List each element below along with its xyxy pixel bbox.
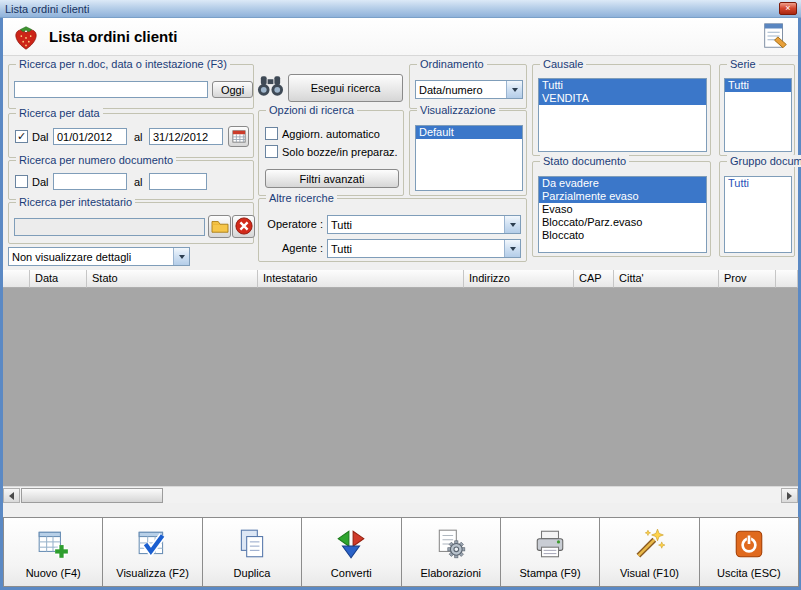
date-to-input[interactable] bbox=[149, 128, 223, 145]
scroll-left-button[interactable] bbox=[3, 488, 20, 503]
chevron-down-icon[interactable] bbox=[504, 216, 520, 233]
operatore-value: Tutti bbox=[328, 219, 504, 231]
column-header-stato[interactable]: Stato bbox=[87, 270, 258, 288]
operatore-label: Operatore : bbox=[263, 218, 323, 230]
report-icon[interactable] bbox=[760, 21, 790, 53]
group-gruppo-documento: Gruppo documento Tutti bbox=[719, 161, 795, 257]
date-from-input[interactable] bbox=[53, 128, 127, 145]
list-item[interactable]: Tutti bbox=[725, 79, 791, 92]
agente-select[interactable]: Tutti bbox=[327, 239, 521, 258]
intestatario-lookup-button[interactable] bbox=[208, 215, 231, 238]
elaborazioni-button[interactable]: Elaborazioni bbox=[401, 517, 501, 587]
action-label: Stampa (F9) bbox=[519, 567, 580, 579]
group-ordinamento: Ordinamento Data/numero bbox=[409, 64, 527, 109]
intestatario-clear-button[interactable] bbox=[232, 215, 255, 238]
red-delete-icon bbox=[235, 217, 253, 237]
titlebar[interactable]: Lista ordini clienti × bbox=[0, 0, 801, 18]
num-to-input[interactable] bbox=[149, 173, 207, 190]
num-dal-label: Dal bbox=[32, 176, 49, 188]
list-item[interactable]: Tutti bbox=[725, 177, 791, 190]
group-serie-label: Serie bbox=[727, 58, 759, 70]
orders-table-body[interactable] bbox=[3, 288, 798, 486]
printer-icon bbox=[533, 523, 567, 564]
action-label: Duplica bbox=[234, 567, 271, 579]
group-ricerca-numero-label: Ricerca per numero documento bbox=[16, 154, 176, 166]
serie-listbox[interactable]: Tutti bbox=[724, 78, 792, 152]
num-from-input[interactable] bbox=[53, 173, 127, 190]
column-header-citta[interactable]: Citta' bbox=[614, 270, 719, 288]
row-selector-column-header[interactable] bbox=[3, 270, 30, 288]
visualizza-button[interactable]: Visualizza (F2) bbox=[102, 517, 202, 587]
date-dal-checkbox[interactable]: ✓ bbox=[15, 130, 28, 143]
ordinamento-select[interactable]: Data/numero bbox=[415, 80, 523, 99]
list-item[interactable]: Evaso bbox=[539, 203, 706, 216]
visual-button[interactable]: Visual (F10) bbox=[599, 517, 699, 587]
uscita-button[interactable]: Uscita (ESC) bbox=[699, 517, 799, 587]
date-dal-label: Dal bbox=[32, 131, 49, 143]
group-visualizzazione: Visualizzazione Default bbox=[409, 110, 527, 196]
intestatario-input[interactable] bbox=[14, 218, 205, 236]
duplica-button[interactable]: Duplica bbox=[202, 517, 302, 587]
list-item[interactable]: Da evadere bbox=[539, 177, 706, 190]
action-label: Uscita (ESC) bbox=[717, 567, 781, 579]
operatore-select[interactable]: Tutti bbox=[327, 215, 521, 234]
stampa-button[interactable]: Stampa (F9) bbox=[500, 517, 600, 587]
nuovo-button[interactable]: Nuovo (F4) bbox=[3, 517, 103, 587]
app-header: Lista ordini clienti bbox=[3, 18, 798, 56]
action-label: Visualizza (F2) bbox=[116, 567, 189, 579]
chevron-down-icon[interactable] bbox=[506, 81, 522, 98]
solo-bozze-label: Solo bozze/in preparaz. bbox=[282, 146, 398, 158]
close-x-icon: × bbox=[785, 3, 790, 13]
column-header-prov[interactable]: Prov bbox=[719, 270, 776, 288]
window-title: Lista ordini clienti bbox=[5, 3, 89, 15]
dettagli-select[interactable]: Non visualizzare dettagli bbox=[8, 247, 190, 266]
app-window: Lista ordini clienti × Lista ordini clie… bbox=[0, 0, 801, 590]
page-title: Lista ordini clienti bbox=[49, 28, 177, 45]
duplicate-pages-icon bbox=[235, 523, 269, 564]
gruppo-listbox[interactable]: Tutti bbox=[724, 176, 792, 253]
action-label: Converti bbox=[331, 567, 372, 579]
group-altre-ricerche: Altre ricerche Operatore : Tutti Agente … bbox=[258, 198, 527, 262]
action-label: Visual (F10) bbox=[620, 567, 679, 579]
group-ricerca-doc: Ricerca per n.doc, data o intestazione (… bbox=[8, 64, 254, 109]
group-ordinamento-label: Ordinamento bbox=[417, 58, 487, 70]
filtri-avanzati-button[interactable]: Filtri avanzati bbox=[265, 169, 399, 188]
aggiorn-automatico-checkbox[interactable] bbox=[265, 127, 278, 140]
magic-wand-icon bbox=[632, 523, 666, 564]
oggi-button[interactable]: Oggi bbox=[212, 81, 253, 98]
column-header-data[interactable]: Data bbox=[30, 270, 87, 288]
solo-bozze-checkbox[interactable] bbox=[265, 145, 278, 158]
group-opzioni-label: Opzioni di ricerca bbox=[266, 104, 357, 116]
causale-listbox[interactable]: Tutti VENDITA bbox=[538, 78, 707, 152]
list-item[interactable]: Tutti bbox=[539, 79, 706, 92]
column-header-intestatario[interactable]: Intestatario bbox=[258, 270, 464, 288]
horizontal-scrollbar[interactable] bbox=[3, 486, 798, 503]
calendar-button[interactable] bbox=[228, 126, 249, 147]
exit-power-icon bbox=[732, 523, 766, 564]
ordinamento-value: Data/numero bbox=[416, 84, 506, 96]
aggiorn-automatico-label: Aggiorn. automatico bbox=[282, 128, 380, 140]
list-item[interactable]: Bloccato/Parz.evaso bbox=[539, 216, 706, 229]
visualizzazione-listbox[interactable]: Default bbox=[415, 125, 523, 191]
num-dal-checkbox[interactable] bbox=[15, 175, 28, 188]
list-item[interactable]: VENDITA bbox=[539, 92, 706, 105]
doc-search-input[interactable] bbox=[14, 81, 208, 98]
group-stato-documento: Stato documento Da evadere Parzialmente … bbox=[532, 161, 711, 257]
esegui-ricerca-button[interactable]: Esegui ricerca bbox=[288, 74, 403, 102]
chevron-down-icon[interactable] bbox=[504, 240, 520, 257]
chevron-down-icon[interactable] bbox=[173, 248, 189, 265]
column-header-indirizzo[interactable]: Indirizzo bbox=[464, 270, 574, 288]
group-ricerca-intestatario: Ricerca per intestatario bbox=[8, 202, 254, 244]
stato-listbox[interactable]: Da evadere Parzialmente evaso Evaso Bloc… bbox=[538, 176, 707, 253]
bottom-spacer bbox=[3, 503, 798, 517]
close-button[interactable]: × bbox=[779, 2, 797, 15]
scroll-right-button[interactable] bbox=[781, 488, 798, 503]
column-header-cap[interactable]: CAP bbox=[574, 270, 614, 288]
date-al-label: al bbox=[134, 131, 143, 143]
list-item[interactable]: Bloccato bbox=[539, 229, 706, 242]
list-item[interactable]: Parzialmente evaso bbox=[539, 190, 706, 203]
scrollbar-thumb[interactable] bbox=[21, 488, 163, 503]
list-item[interactable]: Default bbox=[416, 126, 522, 139]
converti-button[interactable]: Converti bbox=[301, 517, 401, 587]
group-visualizzazione-label: Visualizzazione bbox=[417, 104, 499, 116]
